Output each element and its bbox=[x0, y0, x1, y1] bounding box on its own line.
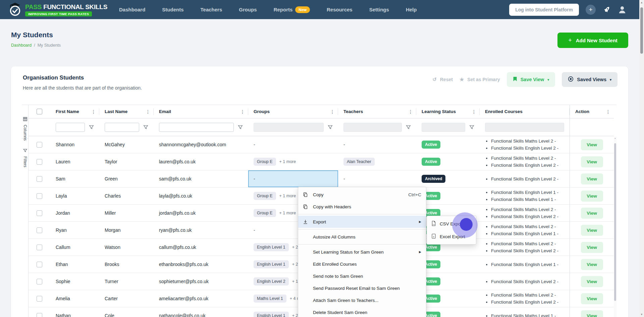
group-chip[interactable]: Group E bbox=[254, 192, 276, 200]
group-chip[interactable]: Group E bbox=[254, 158, 276, 166]
row-checkbox[interactable] bbox=[37, 159, 42, 165]
plus-circle-icon[interactable]: + bbox=[586, 5, 596, 15]
more-groups-label[interactable]: + 1 more bbox=[279, 211, 296, 215]
group-chip[interactable]: English Level 2 bbox=[254, 277, 289, 285]
email-cell[interactable]: ryan@pfs.co.uk bbox=[154, 222, 248, 239]
email-cell[interactable]: jordan@pfs.co.uk bbox=[154, 205, 248, 221]
menu-item-edit-enrolled-courses[interactable]: Edit Enrolled Courses bbox=[298, 258, 426, 270]
nav-item-settings[interactable]: Settings bbox=[369, 7, 389, 12]
view-button[interactable]: View bbox=[581, 225, 603, 236]
email-cell[interactable]: lauren@pfs.co.uk bbox=[154, 153, 248, 170]
column-menu-icon[interactable]: ⋮ bbox=[472, 109, 476, 114]
first-name-cell[interactable]: Ryan bbox=[50, 222, 99, 239]
menu-item-export[interactable]: Export▶ bbox=[298, 216, 426, 228]
groups-cell[interactable]: - bbox=[248, 170, 338, 187]
group-chip[interactable]: Group E bbox=[254, 209, 276, 217]
email-cell[interactable]: sophieturner@pfs.co.uk bbox=[154, 273, 248, 290]
filter-funnel-icon[interactable] bbox=[89, 125, 94, 130]
scroll-up-icon[interactable]: ▲ bbox=[639, 1, 644, 4]
column-menu-icon[interactable]: ⋮ bbox=[91, 109, 96, 114]
view-button[interactable]: View bbox=[581, 173, 603, 184]
column-menu-icon[interactable]: ⋮ bbox=[606, 109, 610, 114]
view-button[interactable]: View bbox=[581, 276, 603, 287]
more-groups-label[interactable]: + 1 more bbox=[279, 159, 296, 164]
row-checkbox[interactable] bbox=[37, 210, 42, 216]
tab-columns[interactable]: Columns bbox=[22, 105, 28, 139]
menu-item-copy[interactable]: CopyCtrl+C bbox=[298, 189, 426, 201]
column-menu-icon[interactable]: ⋮ bbox=[240, 109, 245, 114]
rocket-icon[interactable] bbox=[602, 5, 611, 14]
table-vertical-scrollbar[interactable]: ▲ bbox=[614, 137, 616, 317]
view-button[interactable]: View bbox=[581, 156, 603, 167]
first-name-cell[interactable]: Callum bbox=[50, 239, 99, 256]
view-button[interactable]: View bbox=[581, 293, 603, 304]
view-button[interactable]: View bbox=[581, 208, 603, 219]
view-button[interactable]: View bbox=[581, 310, 603, 317]
filter-funnel-icon[interactable] bbox=[328, 125, 333, 130]
add-new-student-button[interactable]: + Add New Student bbox=[557, 33, 628, 48]
view-button[interactable]: View bbox=[581, 191, 603, 202]
row-checkbox[interactable] bbox=[37, 262, 42, 267]
row-checkbox[interactable] bbox=[37, 313, 42, 317]
first-name-cell[interactable]: Amelia bbox=[50, 290, 99, 307]
email-cell[interactable]: layla@pfs.co.uk bbox=[154, 188, 248, 204]
filter-funnel-icon[interactable] bbox=[238, 125, 243, 130]
groups-cell[interactable]: - bbox=[248, 136, 338, 153]
last-name-cell[interactable]: Charles bbox=[99, 188, 154, 204]
reset-view-button[interactable]: ↺ Reset bbox=[432, 76, 453, 83]
email-cell[interactable]: nathancole@pfs.co.uk bbox=[154, 307, 248, 317]
nav-item-students[interactable]: Students bbox=[162, 7, 183, 12]
last-name-cell[interactable]: Miller bbox=[99, 205, 154, 221]
group-chip[interactable]: English Level 1 bbox=[254, 260, 289, 268]
table-scrollbar-thumb[interactable] bbox=[614, 143, 616, 301]
first-name-cell[interactable]: Sam bbox=[50, 170, 99, 187]
last-name-cell[interactable]: Taylor bbox=[99, 153, 154, 170]
last-name-cell[interactable]: Turner bbox=[99, 273, 154, 290]
row-checkbox[interactable] bbox=[37, 142, 42, 148]
saved-views-button[interactable]: Saved Views ▾ bbox=[562, 72, 618, 87]
email-cell[interactable]: callum@pfs.co.uk bbox=[154, 239, 248, 256]
more-groups-label[interactable]: + 1 more bbox=[279, 194, 296, 198]
row-checkbox[interactable] bbox=[37, 176, 42, 182]
user-account-icon[interactable] bbox=[618, 5, 627, 14]
first-name-cell[interactable]: Shannon bbox=[50, 136, 99, 153]
nav-item-groups[interactable]: Groups bbox=[239, 7, 257, 12]
view-button[interactable]: View bbox=[581, 242, 603, 253]
page-scrollbar-thumb[interactable] bbox=[640, 7, 643, 54]
last-name-cell[interactable]: Cole bbox=[99, 307, 154, 317]
group-chip[interactable]: Maths Level 1 bbox=[254, 295, 286, 303]
view-button[interactable]: View bbox=[581, 259, 603, 270]
teachers-cell[interactable]: - bbox=[338, 170, 416, 187]
first-name-cell[interactable]: Layla bbox=[50, 188, 99, 204]
group-chip[interactable]: English Level 1 bbox=[254, 312, 289, 317]
last-name-cell[interactable]: Morgan bbox=[99, 222, 154, 239]
column-menu-icon[interactable]: ⋮ bbox=[330, 109, 335, 114]
nav-item-resources[interactable]: Resources bbox=[327, 7, 353, 12]
row-checkbox[interactable] bbox=[37, 296, 42, 302]
menu-item-attach-sam-green-to-teachers[interactable]: Attach Sam Green to Teachers... bbox=[298, 294, 426, 306]
first-name-cell[interactable]: Lauren bbox=[50, 153, 99, 170]
teacher-chip[interactable]: Alan Teacher bbox=[343, 158, 375, 166]
filter-input-first-name[interactable] bbox=[56, 123, 85, 132]
group-chip[interactable]: English Level 1 bbox=[254, 243, 289, 251]
last-name-cell[interactable]: Watson bbox=[99, 239, 154, 256]
login-student-platform-button[interactable]: Log into Student Platform bbox=[509, 4, 579, 16]
brand-logo[interactable]: PASS FUNCTIONAL SKILLS IMPROVING FIRST T… bbox=[8, 1, 107, 18]
row-checkbox[interactable] bbox=[37, 193, 42, 199]
submenu-item-excel-export[interactable]: xExcel Export bbox=[427, 230, 476, 243]
menu-item-send-password-reset-email-to-sam-green[interactable]: Send Password Reset Email to Sam Green bbox=[298, 282, 426, 294]
filter-funnel-icon[interactable] bbox=[406, 125, 411, 130]
submenu-item-csv-export[interactable]: CSVCSV Export bbox=[427, 217, 476, 230]
menu-item-set-learning-status-for-sam-green[interactable]: Set Learning Status for Sam Green▶ bbox=[298, 246, 426, 258]
groups-cell[interactable]: Group E+ 1 more bbox=[248, 153, 338, 170]
first-name-cell[interactable]: Nathan bbox=[50, 307, 99, 317]
email-cell[interactable]: ameliacarter@pfs.co.uk bbox=[154, 290, 248, 307]
nav-item-reports[interactable]: ReportsNew bbox=[274, 6, 310, 13]
filter-input-last-name[interactable] bbox=[105, 123, 139, 132]
breadcrumb-dashboard-link[interactable]: Dashboard bbox=[11, 43, 32, 48]
row-checkbox[interactable] bbox=[37, 245, 42, 250]
nav-item-dashboard[interactable]: Dashboard bbox=[119, 7, 145, 12]
filter-input-email[interactable] bbox=[159, 123, 234, 132]
last-name-cell[interactable]: Carter bbox=[99, 290, 154, 307]
teachers-cell[interactable]: Alan Teacher bbox=[338, 153, 416, 170]
